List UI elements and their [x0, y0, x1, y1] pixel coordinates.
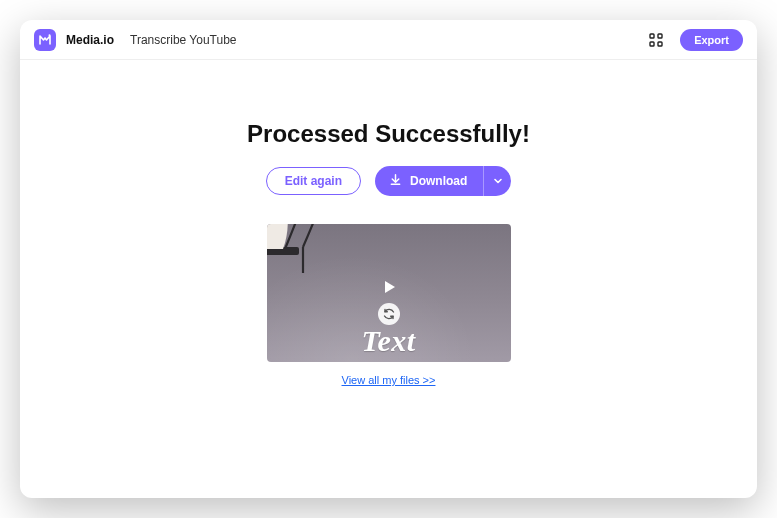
svg-rect-4 — [658, 42, 662, 46]
page-title: Transcribe YouTube — [130, 33, 237, 47]
apps-grid-icon[interactable] — [648, 32, 664, 48]
app-window: Media.io Transcribe YouTube Export Proce… — [20, 20, 757, 498]
edit-again-button[interactable]: Edit again — [266, 167, 361, 195]
video-preview[interactable]: Text — [267, 224, 511, 362]
play-icon[interactable] — [377, 275, 401, 299]
chevron-down-icon — [493, 174, 503, 189]
download-button[interactable]: Download — [375, 166, 483, 196]
action-row: Edit again Download — [266, 166, 512, 196]
download-icon — [389, 173, 402, 189]
download-button-group: Download — [375, 166, 511, 196]
svg-point-0 — [49, 34, 51, 36]
svg-rect-3 — [650, 42, 654, 46]
brand-logo-icon[interactable] — [34, 29, 56, 51]
preview-illustration — [267, 224, 389, 293]
preview-text-overlay: Text — [361, 324, 415, 358]
sync-icon — [378, 303, 400, 325]
download-options-button[interactable] — [483, 166, 511, 196]
svg-rect-1 — [650, 34, 654, 38]
brand-name: Media.io — [66, 33, 114, 47]
export-button[interactable]: Export — [680, 29, 743, 51]
topbar: Media.io Transcribe YouTube Export — [20, 20, 757, 60]
svg-rect-2 — [658, 34, 662, 38]
main-content: Processed Successfully! Edit again Downl… — [20, 60, 757, 498]
view-all-files-link[interactable]: View all my files >> — [342, 374, 436, 386]
download-label: Download — [410, 174, 467, 188]
success-heading: Processed Successfully! — [247, 120, 530, 148]
